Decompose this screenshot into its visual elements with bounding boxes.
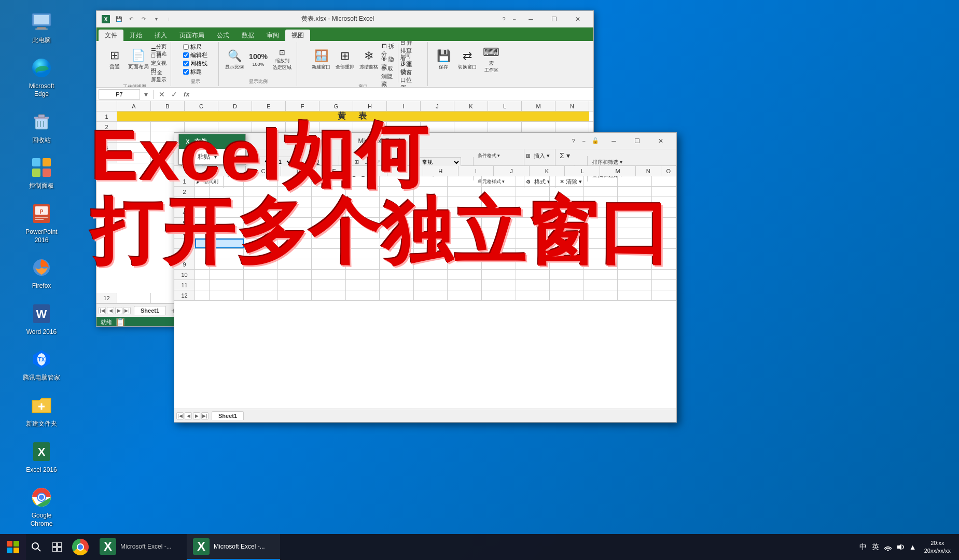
excel2-cell-9-4[interactable] [346, 259, 380, 269]
sheet-nav-first[interactable]: |◀ [99, 307, 106, 314]
excel2-cell-7-1[interactable] [244, 239, 278, 248]
excel2-cell-10-9[interactable] [516, 270, 550, 279]
excel2-cell-6-13[interactable] [652, 228, 676, 238]
excel2-cell-1-4[interactable] [346, 176, 380, 186]
excel2-cell-partial-4[interactable] [195, 207, 210, 217]
excel2-cell-8-12[interactable] [618, 249, 652, 259]
excel2-cell-partial-8[interactable] [195, 249, 210, 259]
zoom-btn[interactable]: 🔍 显示比例 [223, 44, 246, 75]
excel2-cell-partial-6[interactable] [195, 228, 210, 238]
taskbar-apps-btn[interactable] [47, 534, 67, 560]
excel2-cell-11-13[interactable] [652, 280, 676, 290]
excel2-cell-1-8[interactable] [482, 176, 516, 186]
excel2-cell-9-1[interactable] [244, 259, 278, 269]
excel2-cell-6-0[interactable] [210, 228, 244, 238]
tab-home[interactable]: 开始 [123, 30, 148, 41]
excel2-col-k[interactable]: K [530, 166, 565, 176]
switch-window-btn[interactable]: ⇄ 切换窗口 [456, 44, 479, 75]
excel2-cell-11-4[interactable] [346, 280, 380, 290]
desktop-icon-newfolder[interactable]: 新建文件夹 [18, 389, 65, 432]
excel2-cell-8-6[interactable] [414, 249, 448, 259]
excel2-cell-11-10[interactable] [550, 280, 584, 290]
excel2-cell-9-5[interactable] [380, 259, 414, 269]
excel2-cell-2-2[interactable] [278, 187, 312, 197]
excel2-cell-6-9[interactable] [516, 228, 550, 238]
excel2-cell-8-7[interactable] [448, 249, 482, 259]
excel2-cell-9-13[interactable] [652, 259, 676, 269]
cell-i2[interactable] [387, 122, 421, 132]
excel2-cell-11-1[interactable] [244, 280, 278, 290]
excel2-cell-9-10[interactable] [550, 259, 584, 269]
excel2-cell-6-11[interactable] [584, 228, 618, 238]
excel2-cell-partial-3[interactable] [195, 197, 210, 207]
excel2-cell-6-2[interactable] [278, 228, 312, 238]
excel2-cell-5-10[interactable] [550, 218, 584, 228]
excel2-cell-8-13[interactable] [652, 249, 676, 259]
excel2-cell-7-11[interactable] [584, 239, 618, 248]
desktop-icon-this-pc[interactable]: 此电脑 [18, 5, 65, 49]
excel2-cell-3-12[interactable] [618, 197, 652, 207]
excel2-cell-8-9[interactable] [516, 249, 550, 259]
excel2-cell-1-13[interactable] [652, 176, 676, 186]
excel2-cell-3-6[interactable] [414, 197, 448, 207]
excel2-cell-9-12[interactable] [618, 259, 652, 269]
insert-function-icon[interactable]: fx [182, 90, 192, 98]
cell-j2[interactable] [421, 122, 454, 132]
excel1-close[interactable]: ✕ [566, 11, 589, 27]
excel2-cell-4-6[interactable] [414, 207, 448, 217]
excel2-cell-7-2[interactable] [278, 239, 312, 248]
excel1-sheet1-tab[interactable]: Sheet1 [134, 306, 166, 315]
excel2-cell-7-9[interactable] [516, 239, 550, 248]
excel2-cell-7-5[interactable] [380, 239, 414, 248]
taskbar-search-btn[interactable] [26, 534, 47, 560]
excel2-col-l[interactable]: L [565, 166, 600, 176]
excel2-cell-4-12[interactable] [618, 207, 652, 217]
excel2-cell-partial-7[interactable] [195, 239, 210, 248]
excel2-cell-10-6[interactable] [414, 270, 448, 279]
excel2-cell-partial-12[interactable] [195, 290, 210, 300]
undo-btn[interactable]: ↶ [126, 14, 137, 24]
excel2-cell-7-6[interactable] [414, 239, 448, 248]
excel2-cell-6-4[interactable] [346, 228, 380, 238]
cell-l2[interactable] [488, 122, 522, 132]
excel2-cell-9-7[interactable] [448, 259, 482, 269]
excel2-cell-1-12[interactable] [618, 176, 652, 186]
excel2-cell-2-4[interactable] [346, 187, 380, 197]
excel2-cell-3-5[interactable] [380, 197, 414, 207]
excel2-col-j[interactable]: J [494, 166, 529, 176]
excel2-cell-1-6[interactable] [414, 176, 448, 186]
status-icon[interactable]: 📋 [116, 318, 124, 326]
paste-menu-item[interactable]: 📋 粘贴 ▾ [179, 149, 245, 164]
sheet-nav-next[interactable]: ▶ [115, 307, 122, 314]
excel2-cell-2-3[interactable] [312, 187, 346, 197]
excel2-cell-9-3[interactable] [312, 259, 346, 269]
excel2-collapse[interactable]: − [579, 138, 589, 144]
arrange-all-btn[interactable]: ⊞ 全部重排 [333, 44, 356, 75]
formula-expand-icon[interactable]: ▾ [142, 90, 150, 99]
excel2-cell-6-12[interactable] [618, 228, 652, 238]
excel2-cell-5-7[interactable] [448, 218, 482, 228]
taskbar-excel1[interactable]: X Microsoft Excel -... [93, 534, 187, 560]
excel2-cell-9-0[interactable] [210, 259, 244, 269]
excel2-cell-partial-2[interactable] [195, 187, 210, 197]
excel2-cell-8-11[interactable] [584, 249, 618, 259]
insert-cell-btn[interactable]: 插入 ▾ [531, 149, 552, 162]
excel2-cell-11-5[interactable] [380, 280, 414, 290]
split-btn[interactable]: ⧠ 拆分 [381, 44, 397, 57]
excel2-col-e[interactable]: E [316, 166, 352, 176]
excel2-cell-6-6[interactable] [414, 228, 448, 238]
excel2-cell-11-2[interactable] [278, 280, 312, 290]
excel2-cell-11-0[interactable] [210, 280, 244, 290]
excel2-cell-10-10[interactable] [550, 270, 584, 279]
excel2-cell-2-7[interactable] [448, 187, 482, 197]
excel2-cell-7-4[interactable] [346, 239, 380, 248]
tray-lang-icon[interactable]: 中 [858, 542, 868, 552]
excel2-cell-2-11[interactable] [584, 187, 618, 197]
start-button[interactable] [0, 534, 26, 560]
excel2-col-m[interactable]: M [600, 166, 635, 176]
desktop-icon-tencent[interactable]: TX 腾讯电脑管家 [18, 343, 65, 386]
desktop-icon-chrome[interactable]: GoogleChrome [18, 481, 65, 532]
excel2-cell-12-12[interactable] [618, 290, 652, 300]
sheet-nav-last[interactable]: ▶| [123, 307, 131, 314]
excel2-cell-1-7[interactable] [448, 176, 482, 186]
